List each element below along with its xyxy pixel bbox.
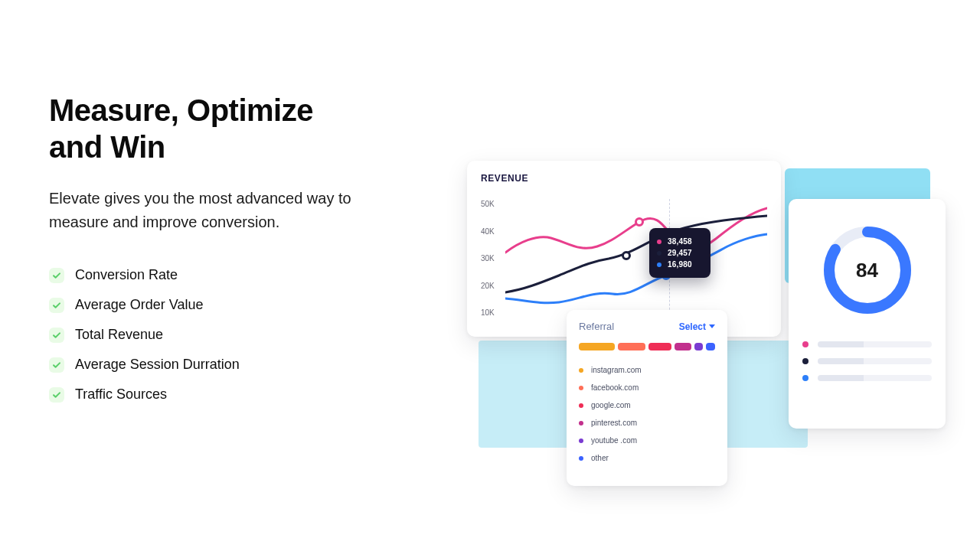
feature-label: Average Order Value <box>75 297 203 313</box>
revenue-title: REVENUE <box>481 173 767 184</box>
feature-item: Traffic Sources <box>49 380 371 409</box>
revenue-chart: 50K 40K 30K 20K 10K 38,458 29,457 16,980 <box>481 191 767 328</box>
feature-item: Average Session Durration <box>49 350 371 380</box>
page-title: Measure, Optimize and Win <box>49 92 371 165</box>
tooltip-row: 29,457 <box>657 247 703 259</box>
dot-icon <box>579 421 583 425</box>
title-line-2: and Win <box>49 130 165 164</box>
dot-icon <box>657 251 662 256</box>
svg-point-0 <box>636 219 643 226</box>
y-tick: 10K <box>481 308 495 317</box>
dot-icon <box>802 341 808 347</box>
dot-icon <box>657 262 662 267</box>
referral-item: google.com <box>579 396 715 414</box>
skeleton-bar <box>818 375 932 381</box>
referral-item-label: instagram.com <box>591 366 642 374</box>
referral-item-label: other <box>591 454 609 462</box>
y-tick: 50K <box>481 200 495 208</box>
tooltip-row: 38,458 <box>657 236 703 247</box>
skeleton-bar <box>818 341 932 347</box>
gauge: 84 <box>818 220 917 320</box>
check-icon <box>49 387 64 403</box>
skeleton-bar <box>818 358 932 364</box>
referral-select[interactable]: Select <box>679 321 715 332</box>
feature-item: Average Order Value <box>49 290 371 320</box>
page-subhead: Elevate gives you the most advanced way … <box>49 187 371 234</box>
feature-label: Total Revenue <box>75 327 163 343</box>
feature-list: Conversion Rate Average Order Value Tota… <box>49 260 371 409</box>
feature-item: Total Revenue <box>49 320 371 350</box>
tooltip-value: 16,980 <box>668 260 692 269</box>
referral-item-label: facebook.com <box>591 383 639 392</box>
gauge-legend <box>802 341 932 381</box>
referral-item-label: youtube .com <box>591 436 637 445</box>
legend-row <box>802 375 932 381</box>
feature-label: Conversion Rate <box>75 267 178 283</box>
tooltip-value: 29,457 <box>668 249 692 257</box>
referral-segment <box>694 343 704 350</box>
referral-card: Referral Select instagram.comfacebook.co… <box>567 310 727 486</box>
dot-icon <box>579 368 583 373</box>
referral-title: Referral <box>579 321 614 332</box>
referral-item: instagram.com <box>579 361 715 379</box>
referral-select-label: Select <box>679 321 706 332</box>
referral-segment <box>618 343 646 350</box>
tooltip-row: 16,980 <box>657 259 703 270</box>
gauge-card: 84 <box>789 199 946 429</box>
referral-item: other <box>579 449 715 467</box>
check-icon <box>49 298 64 313</box>
feature-item: Conversion Rate <box>49 260 371 290</box>
illustration-stage: REVENUE 50K 40K 30K 20K 10K 38,458 29, <box>425 161 946 490</box>
line-chart-svg <box>505 191 767 328</box>
dot-icon <box>579 403 583 408</box>
referral-item: facebook.com <box>579 379 715 396</box>
tooltip-value: 38,458 <box>668 237 692 246</box>
dot-icon <box>802 375 808 381</box>
feature-label: Average Session Durration <box>75 357 240 373</box>
referral-stacked-bar <box>579 343 715 350</box>
feature-label: Traffic Sources <box>75 386 167 403</box>
check-icon <box>49 328 64 343</box>
referral-item: youtube .com <box>579 432 715 449</box>
referral-segment <box>675 343 691 350</box>
svg-point-1 <box>623 253 630 259</box>
dot-icon <box>657 240 662 244</box>
dot-icon <box>579 456 583 461</box>
y-tick: 20K <box>481 281 495 289</box>
legend-row <box>802 358 932 364</box>
referral-item-label: google.com <box>591 401 631 409</box>
dot-icon <box>802 358 808 364</box>
referral-item-label: pinterest.com <box>591 419 637 427</box>
referral-item: pinterest.com <box>579 414 715 432</box>
check-icon <box>49 268 64 283</box>
legend-row <box>802 341 932 347</box>
referral-segment <box>648 343 671 350</box>
y-tick: 40K <box>481 227 495 235</box>
dot-icon <box>579 439 583 443</box>
referral-segment <box>706 343 715 350</box>
dot-icon <box>579 386 583 390</box>
title-line-1: Measure, Optimize <box>49 93 313 127</box>
referral-segment <box>579 343 615 350</box>
check-icon <box>49 357 64 373</box>
y-tick: 30K <box>481 254 495 262</box>
chart-tooltip: 38,458 29,457 16,980 <box>649 228 710 278</box>
gauge-value: 84 <box>818 220 917 320</box>
chevron-down-icon <box>709 324 715 328</box>
referral-list: instagram.comfacebook.comgoogle.compinte… <box>579 361 715 467</box>
